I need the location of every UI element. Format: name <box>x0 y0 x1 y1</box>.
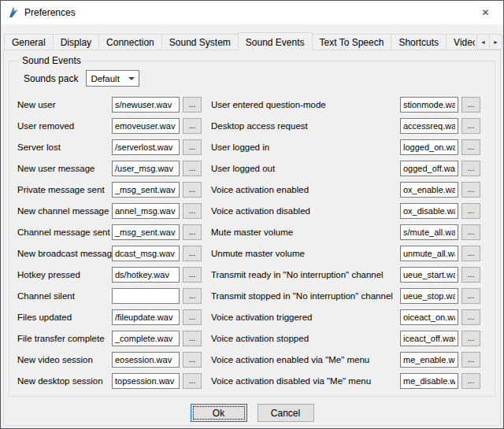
sound-event-label: New user <box>17 100 112 109</box>
browse-button[interactable]: ... <box>461 139 480 155</box>
sound-file-input[interactable] <box>400 182 458 198</box>
ok-button[interactable]: Ok <box>191 404 247 422</box>
browse-button[interactable]: ... <box>183 118 202 134</box>
sound-file-input[interactable] <box>112 203 180 219</box>
sound-file-input[interactable] <box>112 118 180 134</box>
app-logo-icon <box>7 6 20 19</box>
sound-file-input[interactable] <box>112 331 180 346</box>
sound-file-input[interactable] <box>112 97 180 113</box>
browse-button[interactable]: ... <box>183 352 202 368</box>
browse-button[interactable]: ... <box>183 182 202 198</box>
sound-event-label: Voice activation disabled via "Me" menu <box>211 376 400 386</box>
sound-event-row: New channel message... <box>17 200 203 221</box>
sound-file-input[interactable] <box>112 139 180 155</box>
cancel-button[interactable]: Cancel <box>258 404 314 422</box>
close-button[interactable]: ✕ <box>468 1 503 24</box>
sounds-pack-select[interactable]: Default <box>86 70 139 87</box>
tab-scroll-right-icon[interactable]: ► <box>489 34 502 50</box>
tab-general[interactable]: General <box>4 34 54 50</box>
sound-event-label: Voice activation enabled via "Me" menu <box>211 355 400 364</box>
sound-event-row: New video session... <box>17 349 203 370</box>
browse-button[interactable]: ... <box>461 161 480 176</box>
browse-button[interactable]: ... <box>183 224 202 240</box>
sound-event-label: User logged out <box>211 164 400 173</box>
browse-button[interactable]: ... <box>183 373 202 389</box>
tab-bar: GeneralDisplayConnectionSound SystemSoun… <box>1 24 503 50</box>
sound-file-input[interactable] <box>400 203 458 219</box>
browse-button[interactable]: ... <box>461 267 480 283</box>
browse-button[interactable]: ... <box>183 97 202 113</box>
sound-event-label: Voice activation enabled <box>211 185 400 194</box>
tab-text-to-speech[interactable]: Text To Speech <box>312 34 392 50</box>
sound-event-row: Unmute master volume... <box>211 242 490 264</box>
sound-file-input[interactable] <box>400 331 458 346</box>
sound-event-label: Voice activation stopped <box>211 334 400 343</box>
sound-file-input[interactable] <box>400 309 458 325</box>
browse-button[interactable]: ... <box>461 203 480 219</box>
tab-connection[interactable]: Connection <box>98 34 162 50</box>
browse-button[interactable]: ... <box>461 352 480 368</box>
browse-button[interactable]: ... <box>461 288 480 304</box>
sound-event-label: New video session <box>17 355 112 364</box>
browse-button[interactable]: ... <box>461 373 480 389</box>
sound-file-input[interactable] <box>400 246 458 261</box>
sound-event-label: User removed <box>17 121 112 131</box>
sound-file-input[interactable] <box>400 139 458 155</box>
tab-shortcuts[interactable]: Shortcuts <box>391 34 447 50</box>
browse-button[interactable]: ... <box>183 246 202 261</box>
browse-button[interactable]: ... <box>461 118 480 134</box>
sound-file-input[interactable] <box>400 373 458 389</box>
sound-file-input[interactable] <box>112 182 180 198</box>
sound-file-input[interactable] <box>400 97 458 113</box>
sound-event-label: Hotkey pressed <box>17 270 112 279</box>
sound-file-input[interactable] <box>112 246 180 261</box>
sound-event-row: Desktop access request... <box>211 115 490 136</box>
sound-event-row: Voice activation stopped... <box>211 327 490 349</box>
sound-file-input[interactable] <box>400 118 458 134</box>
browse-button[interactable]: ... <box>183 161 202 176</box>
browse-button[interactable]: ... <box>183 267 202 283</box>
browse-button[interactable]: ... <box>183 203 202 219</box>
sound-file-input[interactable] <box>400 224 458 240</box>
window-title: Preferences <box>24 7 468 18</box>
sound-file-input[interactable] <box>112 267 180 283</box>
browse-button[interactable]: ... <box>183 331 202 346</box>
sound-file-input[interactable] <box>112 288 180 304</box>
sound-file-input[interactable] <box>400 161 458 176</box>
browse-button[interactable]: ... <box>461 309 480 325</box>
sound-event-row: Voice activation disabled via "Me" menu.… <box>211 370 490 391</box>
sound-file-input[interactable] <box>112 373 180 389</box>
sound-file-input[interactable] <box>112 224 180 240</box>
tab-scroll-left-icon[interactable]: ◄ <box>476 34 490 50</box>
tab-sound-events[interactable]: Sound Events <box>238 32 313 50</box>
browse-button[interactable]: ... <box>183 309 202 325</box>
tab-display[interactable]: Display <box>53 34 99 50</box>
browse-button[interactable]: ... <box>183 139 202 155</box>
sound-file-input[interactable] <box>400 288 458 304</box>
sound-event-label: New broadcast message <box>17 249 112 258</box>
sound-event-row: Channel silent... <box>17 285 203 306</box>
browse-button[interactable]: ... <box>461 182 480 198</box>
sound-file-input[interactable] <box>400 267 458 283</box>
sound-event-label: Desktop access request <box>211 121 400 131</box>
sound-events-columns: New user...User removed...Server lost...… <box>17 94 490 391</box>
sound-file-input[interactable] <box>112 161 180 176</box>
browse-button[interactable]: ... <box>461 331 480 346</box>
browse-button[interactable]: ... <box>183 288 202 304</box>
sounds-pack-row: Sounds pack Default <box>24 70 490 87</box>
sound-event-label: Mute master volume <box>211 227 400 237</box>
sound-file-input[interactable] <box>112 309 180 325</box>
sound-file-input[interactable] <box>400 352 458 368</box>
tab-sound-system[interactable]: Sound System <box>161 34 239 50</box>
sound-event-row: New user message... <box>17 157 203 179</box>
browse-button[interactable]: ... <box>461 246 480 261</box>
right-column: User entered question-mode...Desktop acc… <box>211 94 490 391</box>
sound-file-input[interactable] <box>112 352 180 368</box>
sound-events-group: Sound Events Sounds pack Default New use… <box>9 55 495 397</box>
dialog-buttons: Ok Cancel <box>8 404 496 422</box>
sound-event-row: Files updated... <box>17 306 203 327</box>
sound-event-row: Voice activation disabled... <box>211 200 490 221</box>
browse-button[interactable]: ... <box>461 224 480 240</box>
sound-event-label: Channel message sent <box>17 227 112 237</box>
browse-button[interactable]: ... <box>461 97 480 113</box>
